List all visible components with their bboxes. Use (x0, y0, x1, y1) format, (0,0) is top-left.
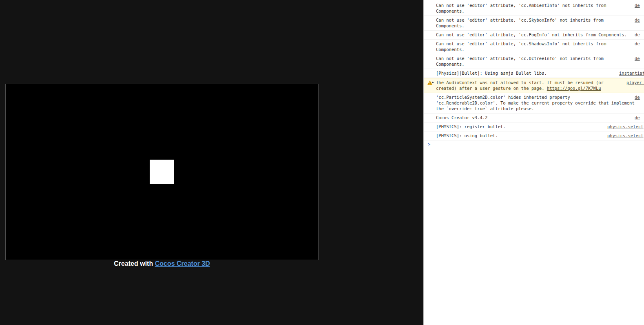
console-message-line: Components. (424, 47, 644, 52)
console-log-row: [PHYSICS]: using bullet.physics-select (424, 131, 644, 140)
source-link[interactable]: de (635, 32, 640, 38)
console-prompt-input[interactable]: > (424, 140, 644, 149)
console-message-line: created) after a user gesture on the pag… (424, 85, 644, 91)
source-link[interactable]: de (635, 94, 640, 100)
game-page: Created with Cocos Creator 3D (0, 0, 423, 325)
console-log-row: Can not use 'editor' attribute, 'cc.Skyb… (424, 16, 644, 31)
goo-gl-link[interactable]: https://goo.gl/7K7WLu (547, 86, 601, 91)
cocos-creator-link[interactable]: Cocos Creator 3D (155, 260, 210, 267)
console-message-line: Components. (424, 61, 644, 67)
console-log-row: Can not use 'editor' attribute, 'cc.Octr… (424, 54, 644, 69)
caption-text: Created with (114, 260, 155, 267)
console-log-row: Can not use 'editor' attribute, 'cc.FogI… (424, 31, 644, 40)
console-log-row: Can not use 'editor' attribute, 'cc.Ambi… (424, 1, 644, 16)
console-message-line: [Physics][Bullet]: Using asmjs Bullet li… (424, 70, 644, 76)
console-message-line: The AudioContext was not allowed to star… (424, 80, 644, 85)
console-log-row: Can not use 'editor' attribute, 'cc.Shad… (424, 40, 644, 54)
devtools-console-panel[interactable]: Can not use 'editor' attribute, 'cc.Ambi… (423, 0, 644, 325)
source-link[interactable]: player- (626, 80, 644, 85)
expand-triangle-icon[interactable]: ▶ (432, 80, 434, 85)
console-message-line: Can not use 'editor' attribute, 'cc.FogI… (424, 32, 644, 38)
source-link[interactable]: de (635, 115, 640, 120)
game-white-square (150, 160, 174, 184)
console-message-line: 'cc.Renderable2D.color'. To make the cur… (424, 100, 644, 106)
console-message-line: Can not use 'editor' attribute, 'cc.Octr… (424, 56, 644, 61)
game-canvas[interactable] (5, 84, 319, 260)
console-log-row: 'cc.ParticleSystem2D.color' hides inheri… (424, 93, 644, 114)
source-link[interactable]: physics-select (607, 124, 644, 129)
console-message-line: 'cc.ParticleSystem2D.color' hides inheri… (424, 94, 644, 100)
console-message-line: Cocos Creator v3.4.2 (424, 115, 644, 120)
console-message-line: Components. (424, 8, 644, 14)
console-log-row: [PHYSICS]: register bullet.physics-selec… (424, 122, 644, 131)
console-message-line: the `override: true` attribute please. (424, 106, 644, 111)
console-message-line: Components. (424, 23, 644, 29)
warning-text: created) after a user gesture on the pag… (436, 86, 547, 91)
source-link[interactable]: physics-select (607, 133, 644, 138)
source-link[interactable]: de (635, 56, 640, 61)
console-messages: Can not use 'editor' attribute, 'cc.Ambi… (424, 0, 644, 140)
source-link[interactable]: de (635, 41, 640, 47)
source-link[interactable]: instantiat (619, 70, 644, 76)
console-warning-row: ▶The AudioContext was not allowed to sta… (424, 78, 644, 93)
prompt-chevron-icon: > (428, 142, 430, 147)
canvas-caption: Created with Cocos Creator 3D (5, 260, 319, 267)
console-message-line: Can not use 'editor' attribute, 'cc.Skyb… (424, 17, 644, 23)
console-message-line: Can not use 'editor' attribute, 'cc.Ambi… (424, 2, 644, 8)
console-message-line: Can not use 'editor' attribute, 'cc.Shad… (424, 41, 644, 47)
source-link[interactable]: de (635, 17, 640, 23)
source-link[interactable]: de (635, 2, 640, 8)
console-log-row: Cocos Creator v3.4.2de (424, 114, 644, 122)
console-log-row: [Physics][Bullet]: Using asmjs Bullet li… (424, 69, 644, 78)
